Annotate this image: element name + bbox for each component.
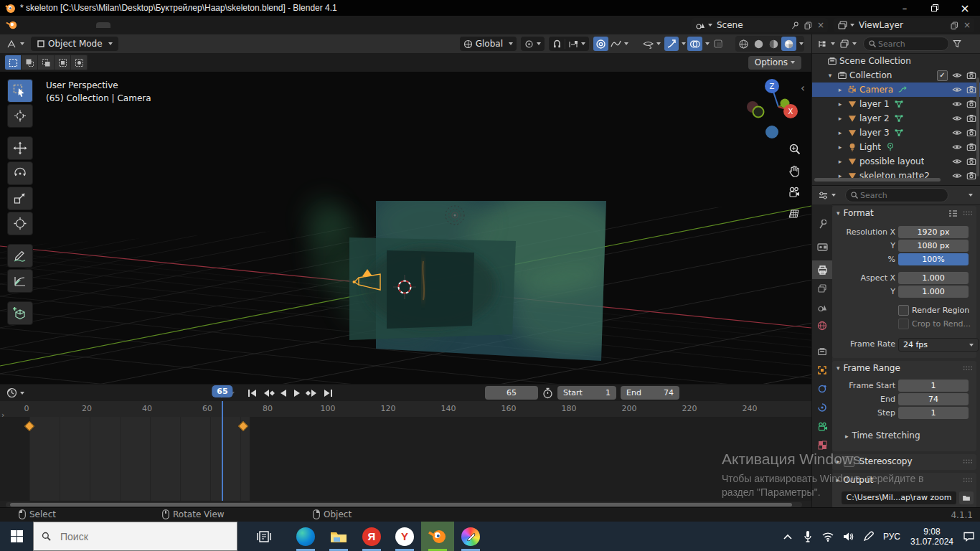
tab-output[interactable] xyxy=(812,260,832,279)
tab-world[interactable] xyxy=(812,316,832,335)
stopwatch-icon[interactable] xyxy=(542,387,553,399)
show-gizmo-toggle[interactable] xyxy=(664,37,679,51)
overlays-dropdown[interactable] xyxy=(705,42,710,47)
hide-eye-icon[interactable] xyxy=(952,113,962,123)
editor-type-selector[interactable] xyxy=(4,37,27,51)
workspace-tab[interactable] xyxy=(96,22,110,28)
tool-scale[interactable] xyxy=(7,187,33,210)
outliner-row[interactable]: Scene Collection xyxy=(812,54,980,68)
resolution-y-field[interactable]: 1080 px xyxy=(898,240,969,252)
select-mode-invert[interactable] xyxy=(55,55,71,70)
workspace-tab[interactable] xyxy=(182,22,197,28)
end-frame-field[interactable]: End74 xyxy=(621,386,679,400)
outliner-vscrollbar[interactable] xyxy=(976,77,979,176)
tool-rotate[interactable] xyxy=(7,161,33,185)
frame-range-header[interactable]: ▾Frame Range xyxy=(832,361,976,375)
aspect-y-field[interactable]: 1.000 xyxy=(898,286,969,298)
language-indicator[interactable]: РУС xyxy=(880,532,904,542)
tool-move[interactable] xyxy=(7,136,33,160)
proportional-falloff[interactable] xyxy=(608,37,631,51)
disable-render-icon[interactable] xyxy=(966,171,976,181)
frame-rate-dropdown[interactable]: 24 fps xyxy=(898,338,979,352)
taskbar-search-input[interactable] xyxy=(59,530,205,543)
filter-icon[interactable] xyxy=(952,39,962,49)
shading-rendered[interactable] xyxy=(781,37,796,51)
frame-start-field[interactable]: 1 xyxy=(898,380,969,392)
proportional-editing-toggle[interactable] xyxy=(593,37,608,51)
tab-physics[interactable] xyxy=(812,380,832,398)
timeline-ruler[interactable]: 020406080100120140160180200220240 xyxy=(0,401,811,418)
viewlayer-name[interactable]: ViewLayer xyxy=(859,20,950,30)
tab-collection[interactable] xyxy=(812,342,832,361)
tab-texture[interactable] xyxy=(812,435,832,454)
restore-button[interactable] xyxy=(920,0,950,16)
frame-step-field[interactable]: 1 xyxy=(898,407,969,419)
tab-object-data[interactable] xyxy=(812,417,832,435)
zoom-control-icon[interactable] xyxy=(786,141,802,156)
tool-measure[interactable] xyxy=(7,269,33,293)
select-mode-set[interactable] xyxy=(5,55,22,70)
frame-end-field[interactable]: 74 xyxy=(898,393,969,405)
workspace-tab[interactable] xyxy=(154,22,168,28)
prev-keyframe-button[interactable] xyxy=(261,388,275,398)
hide-eye-icon[interactable] xyxy=(952,99,962,109)
shading-material[interactable] xyxy=(766,37,781,51)
outliner-display-mode[interactable] xyxy=(837,37,859,51)
resolution-x-field[interactable]: 1920 px xyxy=(898,226,969,238)
outliner-row[interactable]: ▸ layer 2 xyxy=(812,111,980,126)
outliner-row[interactable]: ▸ Camera xyxy=(812,83,980,97)
outliner-editor-type[interactable] xyxy=(815,37,837,51)
time-stretching-toggle[interactable]: ▸Time Stretching xyxy=(845,430,920,441)
task-view-button[interactable] xyxy=(248,522,281,551)
timeline-track[interactable] xyxy=(0,417,811,501)
pin-icon[interactable] xyxy=(791,21,800,30)
properties-search[interactable] xyxy=(845,188,948,202)
workspace-tab[interactable] xyxy=(225,22,240,28)
jump-to-start-button[interactable] xyxy=(246,388,259,398)
outliner-search[interactable] xyxy=(863,37,949,51)
disable-render-icon[interactable] xyxy=(966,128,976,138)
collection-checkbox[interactable]: ✓ xyxy=(937,70,948,81)
presets-icon[interactable] xyxy=(948,209,958,217)
start-frame-field[interactable]: Start1 xyxy=(557,386,616,400)
remove-viewlayer-icon[interactable]: × xyxy=(963,20,971,30)
select-mode-subtract[interactable] xyxy=(38,55,55,70)
tab-tool[interactable] xyxy=(812,215,832,233)
sidebar-collapse-arrow[interactable]: ‹ xyxy=(801,82,805,95)
pivot-point[interactable] xyxy=(521,37,545,51)
workspace-tab[interactable] xyxy=(125,22,139,28)
viewlayer-selector[interactable]: ViewLayer × xyxy=(834,18,974,32)
workspace-tab[interactable] xyxy=(197,22,211,28)
outliner-row[interactable]: ▸ layer 3 xyxy=(812,126,980,140)
krita-button[interactable] xyxy=(454,522,487,551)
disable-render-icon[interactable] xyxy=(966,99,976,109)
workspace-tab[interactable] xyxy=(110,22,125,28)
output-path-field[interactable]: C:\Users\Mil...ap\raw zoom xyxy=(842,491,956,504)
format-panel-header[interactable]: ▾Format xyxy=(832,206,976,220)
show-object-types[interactable] xyxy=(641,37,663,51)
navigation-gizmo[interactable]: Z X xyxy=(740,74,802,143)
scene-browse-dropdown[interactable] xyxy=(708,24,712,29)
scene-selector[interactable]: Scene × xyxy=(692,18,828,32)
hide-eye-icon[interactable] xyxy=(952,85,962,95)
tool-annotate[interactable] xyxy=(7,244,33,268)
hide-eye-icon[interactable] xyxy=(952,171,962,181)
tab-object[interactable] xyxy=(812,361,832,380)
select-mode-extend[interactable] xyxy=(22,55,38,70)
disable-render-icon[interactable] xyxy=(966,70,976,80)
pan-control-icon[interactable] xyxy=(786,163,802,179)
drag-grip-icon[interactable] xyxy=(962,210,972,216)
clock[interactable]: 9:08 31.07.2024 xyxy=(907,527,957,547)
options-button[interactable]: Options xyxy=(748,56,801,70)
tab-constraints[interactable] xyxy=(812,398,832,417)
gizmo-dropdown[interactable] xyxy=(682,42,686,47)
blender-taskbar-button[interactable] xyxy=(421,522,454,551)
shading-dropdown[interactable] xyxy=(799,42,804,47)
yandex-browser-button[interactable]: Я xyxy=(355,522,388,551)
output-browse-button[interactable] xyxy=(959,491,974,504)
microphone-icon[interactable] xyxy=(799,522,816,551)
current-frame-field[interactable]: 65 xyxy=(485,386,538,400)
playhead[interactable] xyxy=(222,401,223,501)
viewlayer-browse-dropdown[interactable] xyxy=(850,24,854,29)
hide-eye-icon[interactable] xyxy=(952,70,962,80)
